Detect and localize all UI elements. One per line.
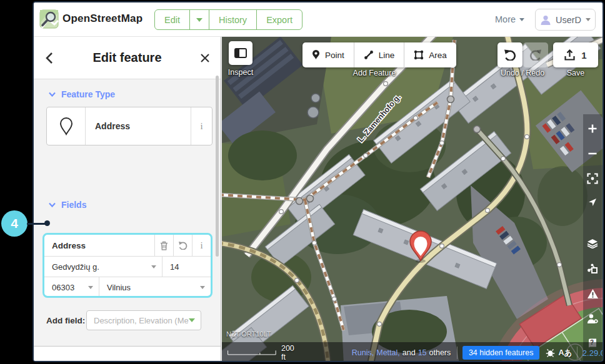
preset-name: Address — [86, 107, 191, 145]
feature-type-section-header[interactable]: Feature Type — [49, 89, 115, 99]
map-status-bar: 200 ft Runis, Mettal, and 15 others 34 h… — [222, 342, 604, 362]
close-button[interactable] — [196, 49, 214, 67]
bug-report-icon[interactable] — [546, 348, 555, 357]
chevron-down-icon — [49, 92, 56, 97]
scale-bar — [228, 348, 277, 357]
preset-info-button[interactable]: i — [191, 107, 212, 145]
others-count-link[interactable]: 15 — [418, 348, 427, 357]
area-label: Area — [429, 51, 447, 60]
fields-label: Fields — [61, 200, 86, 210]
history-button[interactable]: History — [209, 10, 256, 29]
imagery-attribution: NŽT ORT10LT — [226, 330, 271, 338]
address-row-1: Gedvydžių g. 14 — [44, 257, 211, 277]
panel-header: Edit feature — [34, 37, 221, 79]
and-text: and — [402, 348, 416, 357]
housenumber-input[interactable]: 14 — [162, 257, 211, 277]
version-label[interactable]: 2.29.0 — [582, 348, 604, 358]
close-icon — [200, 53, 210, 63]
save-button[interactable]: 1 — [553, 42, 598, 67]
map-data-button[interactable] — [584, 259, 601, 278]
contributor-link[interactable]: Runis, — [352, 348, 374, 357]
minus-icon — [588, 152, 598, 155]
line-label: Line — [379, 51, 395, 60]
area-icon — [414, 50, 424, 60]
chevron-down-icon — [519, 18, 524, 21]
undo-button[interactable] — [498, 42, 522, 67]
chevron-down-icon — [196, 18, 202, 22]
zoom-in-button[interactable] — [584, 119, 601, 138]
zoom-to-selection-button[interactable] — [584, 169, 601, 188]
user-settings-icon — [587, 313, 599, 324]
background-layers-button[interactable] — [584, 234, 601, 253]
line-icon — [364, 50, 374, 60]
street-combobox[interactable]: Gedvydžių g. — [44, 257, 162, 277]
edit-dropdown-button[interactable] — [189, 10, 209, 29]
hidden-features-badge[interactable]: 34 hidden features — [462, 346, 540, 360]
delete-field-button[interactable] — [154, 235, 173, 256]
inspect-button[interactable] — [229, 41, 252, 65]
fields-section-header[interactable]: Fields — [49, 200, 86, 210]
preset-card[interactable]: Address i — [46, 107, 212, 145]
city-value: Vilnius — [107, 283, 131, 292]
more-menu-button[interactable]: More — [495, 14, 524, 24]
point-label: Point — [325, 51, 344, 60]
chevron-down-icon — [189, 318, 195, 322]
address-field-label: Address — [44, 235, 154, 256]
edit-feature-sidebar: Edit feature Feature Type Address i — [34, 37, 221, 362]
browser-page: OpenStreetMap Edit History Export More U… — [32, 1, 604, 362]
zoom-out-button[interactable] — [584, 144, 601, 163]
upload-icon — [564, 49, 575, 61]
export-button[interactable]: Export — [256, 10, 302, 29]
add-field-row: Add field: Description, Elevation (Met..… — [46, 310, 212, 330]
address-field-card: Address i — [42, 233, 212, 298]
trash-icon — [160, 241, 168, 250]
divider — [457, 347, 458, 359]
redo-button[interactable] — [523, 42, 548, 67]
satellite-map[interactable]: L. Zamenhofo g. — [222, 37, 604, 362]
frame-focus-icon — [587, 173, 598, 184]
locale-switcher[interactable]: Aあ — [558, 348, 572, 358]
divider — [577, 347, 578, 359]
main-nav-button-group: Edit History Export — [154, 9, 302, 30]
draw-area-button[interactable]: Area — [404, 42, 456, 67]
draw-point-button[interactable]: Point — [302, 42, 354, 67]
panel-footer — [34, 346, 221, 362]
brand-title: OpenStreetMap — [62, 12, 142, 25]
feature-type-label: Feature Type — [61, 89, 115, 99]
panel-title: Edit feature — [34, 51, 221, 65]
save-count-badge: 1 — [581, 50, 586, 61]
postcode-combobox[interactable]: 06303 — [44, 277, 99, 298]
user-avatar-icon — [540, 14, 551, 26]
warning-triangle-icon — [587, 288, 599, 299]
sidebar-scrollbar[interactable] — [216, 76, 219, 257]
undo-icon — [178, 241, 188, 250]
others-text: others — [429, 348, 451, 357]
issues-button[interactable] — [584, 284, 601, 303]
scale-label: 200 ft — [281, 344, 294, 362]
user-menu-button[interactable]: UserD — [535, 9, 596, 31]
city-combobox[interactable]: Vilnius — [99, 277, 211, 298]
preset-icon-cell — [47, 107, 86, 145]
plus-icon — [588, 124, 598, 134]
postcode-value: 06303 — [52, 283, 74, 292]
address-field-header: Address i — [44, 235, 211, 257]
add-field-dropdown[interactable]: Description, Elevation (Met... — [86, 310, 201, 330]
point-icon — [312, 50, 320, 60]
draw-line-button[interactable]: Line — [354, 42, 404, 67]
chevron-down-icon — [586, 18, 591, 21]
add-feature-toolbar: Point Line Area — [302, 42, 456, 67]
map-viewport[interactable]: L. Zamenhofo g. Inspect Poi — [222, 37, 604, 362]
map-controls-strip: ? — [583, 114, 602, 362]
field-info-button[interactable]: i — [192, 235, 211, 256]
preferences-button[interactable] — [584, 309, 601, 328]
chevron-down-icon — [200, 286, 205, 289]
layers-icon — [587, 239, 598, 248]
undo-field-button[interactable] — [173, 235, 192, 256]
top-header: OpenStreetMap Edit History Export More U… — [34, 2, 602, 37]
contributor-link[interactable]: Mettal, — [376, 348, 400, 357]
callout-dot — [44, 220, 50, 226]
address-row-2: 06303 Vilnius — [44, 277, 211, 298]
contributors-attribution: Runis, Mettal, and 15 others — [352, 348, 451, 357]
edit-button[interactable]: Edit — [155, 10, 189, 29]
geolocate-button[interactable] — [584, 193, 601, 212]
